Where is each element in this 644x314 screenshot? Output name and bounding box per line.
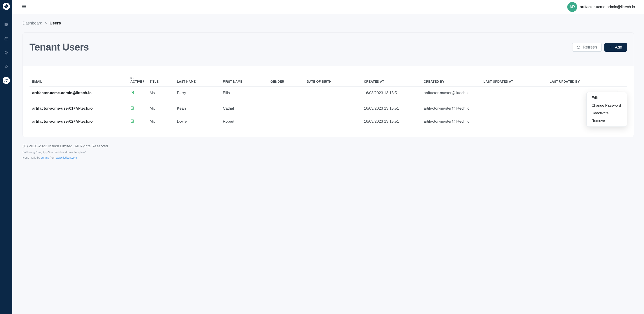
refresh-button[interactable]: Refresh <box>572 43 602 52</box>
col-gender: GENDER <box>268 73 304 87</box>
plus-icon <box>609 45 613 49</box>
sidebar-item-library[interactable] <box>3 21 10 28</box>
refresh-icon <box>577 45 580 49</box>
sidebar <box>0 0 12 314</box>
checkbox-checked-icon <box>130 119 134 124</box>
row-actions-dropdown: Edit Change Password Deactivate Remove <box>586 92 627 127</box>
cell-created-by: artifactor-master@iktech.io <box>421 102 481 115</box>
col-last-updated-by: LAST UPDATED BY <box>547 73 614 87</box>
dropdown-item-deactivate[interactable]: Deactivate <box>586 109 627 117</box>
table-container: EMAIL IS ACTIVE? TITLE LAST NAME FIRST N… <box>23 66 634 137</box>
col-last-updated-at: LAST UPDATED AT <box>481 73 547 87</box>
table-row: artifactor-acme-user02@iktech.ioMr.Doyle… <box>30 115 627 128</box>
footer-icons-from: from <box>49 156 56 159</box>
footer-icons: Icons made by surang from www.flaticon.c… <box>22 156 634 159</box>
paperclip-icon <box>4 64 8 68</box>
svg-rect-4 <box>5 23 6 26</box>
cell-last-name: Perry <box>174 87 220 102</box>
svg-rect-5 <box>6 23 6 26</box>
sidebar-item-settings[interactable] <box>3 49 10 56</box>
refresh-label: Refresh <box>583 45 597 50</box>
topbar: AR artifactor-acme-admin@iktech.io <box>12 0 644 14</box>
table-row: artifactor-acme-admin@iktech.ioMs.PerryE… <box>30 87 627 102</box>
svg-point-13 <box>6 79 8 80</box>
breadcrumb-root[interactable]: Dashboard <box>22 21 42 25</box>
menu-toggle-button[interactable] <box>22 4 26 10</box>
col-title: TITLE <box>147 73 174 87</box>
cell-title: Mr. <box>147 102 174 115</box>
cell-last-updated-at <box>481 115 547 128</box>
add-button[interactable]: Add <box>604 43 627 52</box>
cell-created-by: artifactor-master@iktech.io <box>421 115 481 128</box>
cell-first-name: Cathal <box>220 102 268 115</box>
cell-email: artifactor-acme-admin@iktech.io <box>30 87 128 102</box>
panel-header: Tenant Users Refresh Add <box>23 32 634 66</box>
logo-icon <box>4 4 8 8</box>
users-icon <box>4 78 8 82</box>
panel: Tenant Users Refresh Add <box>22 32 634 137</box>
gear-icon <box>4 50 8 55</box>
footer-icons-site-link[interactable]: www.flaticon.com <box>56 156 77 159</box>
col-created-at: CREATED AT <box>361 73 421 87</box>
svg-rect-6 <box>6 23 8 26</box>
svg-point-11 <box>6 52 7 53</box>
cell-title: Mr. <box>147 115 174 128</box>
dropdown-item-change-password[interactable]: Change Password <box>586 102 627 109</box>
cell-created-at: 16/03/2023 13:15:51 <box>361 87 421 102</box>
avatar: AR <box>567 2 577 12</box>
cell-is-active <box>128 115 147 128</box>
col-is-active: IS ACTIVE? <box>128 73 147 87</box>
col-dob: DATE OF BIRTH <box>304 73 361 87</box>
cell-is-active <box>128 87 147 102</box>
cell-gender <box>268 87 304 102</box>
users-table: EMAIL IS ACTIVE? TITLE LAST NAME FIRST N… <box>30 73 627 128</box>
col-last-name: LAST NAME <box>174 73 220 87</box>
cell-last-updated-at <box>481 102 547 115</box>
cell-created-at: 16/03/2023 13:15:51 <box>361 115 421 128</box>
calendar-icon <box>4 37 8 41</box>
cell-created-at: 16/03/2023 13:15:51 <box>361 102 421 115</box>
sidebar-item-attachments[interactable] <box>3 63 10 70</box>
content: Dashboard > Users Tenant Users Refresh <box>12 14 644 166</box>
cell-last-name: Kean <box>174 102 220 115</box>
svg-rect-7 <box>5 37 8 40</box>
main-area: AR artifactor-acme-admin@iktech.io Dashb… <box>12 0 644 314</box>
cell-last-updated-at <box>481 87 547 102</box>
cell-first-name: Robert <box>220 115 268 128</box>
dropdown-item-edit[interactable]: Edit <box>586 94 627 102</box>
books-icon <box>4 23 8 27</box>
app-logo[interactable] <box>3 3 10 10</box>
checkbox-checked-icon <box>130 91 134 95</box>
add-label: Add <box>615 45 622 50</box>
cell-first-name: Ellis <box>220 87 268 102</box>
footer-built: Built using "Sing App Vue Dashboard Free… <box>22 151 634 154</box>
cell-created-by: artifactor-master@iktech.io <box>421 87 481 102</box>
svg-point-12 <box>5 79 6 80</box>
footer: (C) 2020-2022 IKtech Limited. All Rights… <box>22 144 634 159</box>
footer-icons-author-link[interactable]: surang <box>41 156 49 159</box>
col-created-by: CREATED BY <box>421 73 481 87</box>
user-email-label: artifactor-acme-admin@iktech.io <box>580 5 635 9</box>
hamburger-icon <box>22 4 26 9</box>
cell-last-name: Doyle <box>174 115 220 128</box>
cell-dob <box>304 102 361 115</box>
col-first-name: FIRST NAME <box>220 73 268 87</box>
cell-email: artifactor-acme-user02@iktech.io <box>30 115 128 128</box>
breadcrumb: Dashboard > Users <box>22 21 634 26</box>
cell-gender <box>268 102 304 115</box>
col-email: EMAIL <box>30 73 128 87</box>
panel-actions: Refresh Add <box>572 43 627 52</box>
sidebar-item-calendar[interactable] <box>3 35 10 42</box>
cell-dob <box>304 87 361 102</box>
breadcrumb-separator: > <box>45 21 47 25</box>
footer-icons-prefix: Icons made by <box>22 156 41 159</box>
cell-is-active <box>128 102 147 115</box>
cell-gender <box>268 115 304 128</box>
breadcrumb-current: Users <box>50 21 61 25</box>
user-menu[interactable]: AR artifactor-acme-admin@iktech.io <box>567 2 635 12</box>
cell-dob <box>304 115 361 128</box>
checkbox-checked-icon <box>130 106 134 111</box>
sidebar-item-users[interactable] <box>3 77 10 84</box>
dropdown-item-remove[interactable]: Remove <box>586 117 627 125</box>
cell-title: Ms. <box>147 87 174 102</box>
